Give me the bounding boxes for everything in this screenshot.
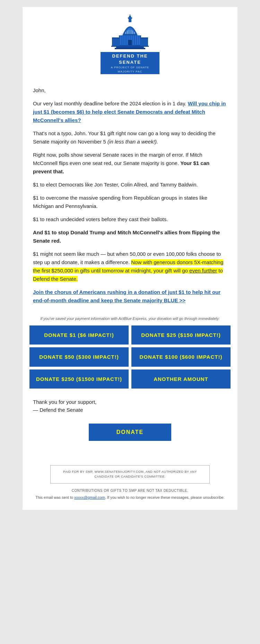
- p3-plain: Right now, polls show several Senate rac…: [33, 152, 202, 166]
- footer-legal-box: PAID FOR BY SMP, WWW.SENATEMAJORITY.COM,…: [50, 465, 210, 484]
- main-donate-button[interactable]: DONATE: [89, 424, 171, 441]
- svg-rect-4: [130, 15, 130, 17]
- paragraph-2: That's not a typo, John. Your $1 gift ri…: [33, 129, 227, 146]
- logo-banner: DEFEND THE SENATE A PROJECT OF SENATE MA…: [101, 52, 159, 74]
- donate-btn-50[interactable]: DONATE $50 ($300 IMPACT!): [29, 347, 129, 367]
- donate-btn-1[interactable]: DONATE $1 ($6 IMPACT!): [29, 325, 129, 345]
- donate-grid: DONATE $1 ($6 IMPACT!) DONATE $25 ($150 …: [29, 325, 231, 389]
- actblue-note: If you've saved your payment information…: [23, 316, 237, 321]
- main-donate-section: DONATE: [23, 417, 237, 451]
- svg-rect-19: [133, 35, 134, 45]
- footer-legal-text: PAID FOR BY SMP, WWW.SENATEMAJORITY.COM,…: [63, 470, 197, 478]
- greeting: John,: [33, 86, 227, 95]
- unsubscribe-post: . If you wish to no longer receive these…: [105, 495, 225, 499]
- logo-title: DEFEND THE SENATE: [104, 53, 156, 66]
- donate-btn-250[interactable]: DONATE $250 ($1500 IMPACT!): [29, 369, 129, 389]
- p1-plain: Our very last monthly deadline before th…: [33, 101, 188, 106]
- paragraph-5: $1 to overcome the massive spending from…: [33, 194, 227, 210]
- svg-rect-16: [127, 35, 128, 45]
- p8-underline: even further: [189, 268, 217, 273]
- p9-link[interactable]: Join the chorus of Americans rushing in …: [33, 289, 220, 303]
- svg-rect-20: [135, 35, 136, 45]
- logo-subtitle: A PROJECT OF SENATE MAJORITY PAC: [104, 66, 156, 73]
- svg-rect-27: [140, 39, 148, 46]
- svg-rect-22: [139, 35, 140, 45]
- svg-rect-21: [137, 35, 138, 45]
- paragraph-6: $1 to reach undecided voters before they…: [33, 215, 227, 224]
- paragraph-1: Our very last monthly deadline before th…: [33, 99, 227, 124]
- thank-you-section: Thank you for your support, — Defend the…: [23, 395, 237, 417]
- svg-rect-14: [122, 35, 123, 45]
- donate-btn-25[interactable]: DONATE $25 ($150 IMPACT!): [131, 325, 231, 345]
- svg-rect-13: [120, 35, 121, 45]
- svg-rect-11: [123, 34, 137, 35]
- svg-rect-15: [124, 35, 125, 45]
- paragraph-7: And $1 to stop Donald Trump and Mitch Mc…: [33, 228, 227, 245]
- thank-you-line2: — Defend the Senate: [33, 407, 227, 413]
- donate-btn-other[interactable]: ANOTHER AMOUNT: [131, 369, 231, 389]
- svg-rect-23: [118, 45, 142, 46]
- svg-rect-30: [111, 46, 120, 47]
- svg-rect-28: [112, 37, 120, 39]
- paragraph-4: $1 to elect Democrats like Jon Tester, C…: [33, 181, 227, 189]
- logo-area: DEFEND THE SENATE A PROJECT OF SENATE MA…: [23, 14, 237, 74]
- paragraph-8: $1 might not seem like much — but when 5…: [33, 250, 227, 283]
- email-body: John, Our very last monthly deadline bef…: [23, 79, 237, 316]
- p7-bold: And $1 to stop Donald Trump and Mitch Mc…: [33, 229, 220, 244]
- svg-rect-26: [112, 39, 120, 46]
- thank-you-line1: Thank you for your support,: [33, 399, 227, 405]
- p2-italic: (in less than a week!).: [107, 139, 158, 145]
- svg-rect-32: [128, 40, 132, 45]
- paragraph-9: Join the chorus of Americans rushing in …: [33, 288, 227, 305]
- paragraph-3: Right now, polls show several Senate rac…: [33, 151, 227, 176]
- footer-tax: CONTRIBUTIONS OR GIFTS TO SMP ARE NOT TA…: [23, 489, 237, 493]
- capitol-icon: [109, 14, 151, 52]
- footer-unsubscribe: This email was sent to xxxxx@gmail.com. …: [23, 495, 237, 499]
- svg-rect-29: [140, 37, 148, 39]
- footer-spacer: [23, 451, 237, 465]
- email-header: DEFEND THE SENATE A PROJECT OF SENATE MA…: [23, 7, 237, 79]
- unsubscribe-pre: This email was sent to: [35, 495, 74, 499]
- svg-rect-31: [140, 46, 149, 47]
- svg-rect-25: [115, 48, 145, 49]
- donate-btn-100[interactable]: DONATE $100 ($600 IMPACT!): [131, 347, 231, 367]
- footer-email[interactable]: xxxxx@gmail.com: [74, 495, 105, 499]
